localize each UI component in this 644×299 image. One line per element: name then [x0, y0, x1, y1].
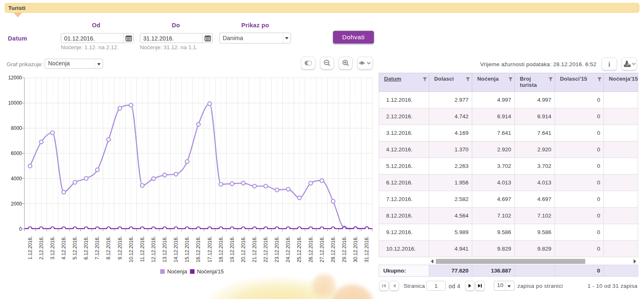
svg-text:0: 0	[19, 226, 22, 232]
svg-text:28.12.2016.: 28.12.2016.	[330, 236, 336, 262]
svg-text:8.12.2016.: 8.12.2016.	[106, 236, 111, 260]
svg-text:11.12.2016.: 11.12.2016.	[139, 236, 145, 262]
svg-text:6000: 6000	[11, 151, 22, 156]
svg-text:2.12.2016.: 2.12.2016.	[38, 236, 44, 260]
svg-text:25.12.2016.: 25.12.2016.	[296, 236, 302, 262]
svg-text:24.12.2016.: 24.12.2016.	[285, 236, 291, 262]
svg-text:3.12.2016.: 3.12.2016.	[50, 236, 55, 260]
svg-text:18.12.2016.: 18.12.2016.	[218, 236, 224, 262]
svg-text:29.12.2016.: 29.12.2016.	[341, 236, 347, 262]
svg-text:14.12.2016.: 14.12.2016.	[173, 236, 179, 262]
svg-text:9.12.2016.: 9.12.2016.	[117, 236, 123, 260]
svg-text:21.12.2016.: 21.12.2016.	[252, 236, 257, 262]
svg-text:16.12.2016.: 16.12.2016.	[195, 236, 201, 262]
svg-text:19.12.2016.: 19.12.2016.	[229, 236, 235, 262]
svg-text:8000: 8000	[11, 125, 22, 131]
svg-text:13.12.2016.: 13.12.2016.	[162, 236, 168, 262]
svg-text:12.12.2016.: 12.12.2016.	[151, 236, 156, 262]
svg-text:4.12.2016.: 4.12.2016.	[61, 236, 67, 260]
svg-text:12000: 12000	[8, 75, 22, 81]
svg-text:20.12.2016.: 20.12.2016.	[240, 236, 246, 262]
svg-text:23.12.2016.: 23.12.2016.	[274, 236, 280, 262]
svg-text:7.12.2016.: 7.12.2016.	[94, 236, 100, 260]
svg-text:5.12.2016.: 5.12.2016.	[72, 236, 78, 260]
svg-text:4000: 4000	[11, 176, 22, 182]
svg-text:1.12.2016.: 1.12.2016.	[27, 236, 33, 260]
svg-text:17.12.2016.: 17.12.2016.	[207, 236, 213, 262]
svg-text:10000: 10000	[8, 100, 22, 106]
svg-text:31.12.2016.: 31.12.2016.	[364, 236, 370, 262]
svg-text:27.12.2016.: 27.12.2016.	[319, 236, 325, 262]
svg-text:i: i	[608, 60, 610, 68]
svg-text:22.12.2016.: 22.12.2016.	[263, 236, 269, 262]
svg-text:2000: 2000	[11, 201, 22, 207]
svg-text:10.12.2016.: 10.12.2016.	[128, 236, 134, 262]
svg-text:15.12.2016.: 15.12.2016.	[184, 236, 190, 262]
svg-text:26.12.2016.: 26.12.2016.	[308, 236, 314, 262]
svg-text:30.12.2016.: 30.12.2016.	[353, 236, 358, 262]
svg-text:6.12.2016.: 6.12.2016.	[83, 236, 89, 260]
